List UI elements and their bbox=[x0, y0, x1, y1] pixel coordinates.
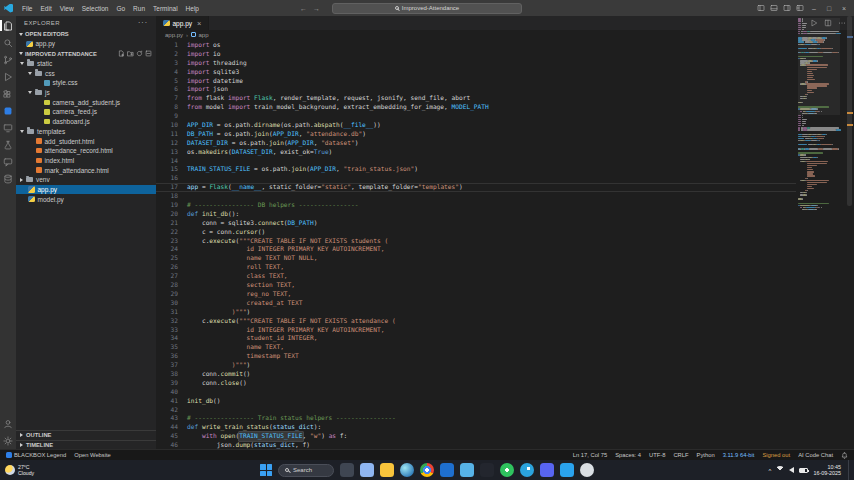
menu-view[interactable]: View bbox=[56, 5, 78, 12]
status-crlf[interactable]: CRLF bbox=[673, 452, 688, 458]
maximize-button[interactable]: □ bbox=[824, 5, 834, 12]
code-line-44[interactable]: 44def write_train_status(status_dict): bbox=[156, 423, 796, 432]
code-line-25[interactable]: 25 name TEXT NOT NULL, bbox=[156, 254, 796, 263]
tree-item-add-student-html[interactable]: add_student.html bbox=[16, 136, 156, 146]
code-line-45[interactable]: 45 with open(TRAIN_STATUS_FILE, "w") as … bbox=[156, 432, 796, 441]
status-ai-code-chat[interactable]: AI Code Chat bbox=[798, 452, 833, 458]
open-editors-header[interactable]: OPEN EDITORS bbox=[16, 29, 156, 39]
status-ln-17-col-75[interactable]: Ln 17, Col 75 bbox=[573, 452, 607, 458]
battery-icon[interactable] bbox=[799, 468, 808, 473]
taskbar-icon-photos[interactable] bbox=[460, 463, 474, 477]
code-line-3[interactable]: 3import threading bbox=[156, 59, 796, 68]
command-center-search[interactable]: Improved-Attendance bbox=[332, 3, 522, 14]
code-line-9[interactable]: 9 bbox=[156, 112, 796, 121]
layout-panel-icon[interactable] bbox=[770, 4, 778, 12]
taskbar-icon-store[interactable] bbox=[440, 463, 454, 477]
layout-secondary-sidebar-icon[interactable] bbox=[783, 4, 791, 12]
code-line-18[interactable]: 18 bbox=[156, 192, 796, 201]
volume-icon[interactable] bbox=[789, 467, 794, 473]
clock[interactable]: 10:45 16-09-2025 bbox=[813, 464, 841, 477]
tree-item-index-html[interactable]: index.html bbox=[16, 156, 156, 166]
status-spaces-4[interactable]: Spaces: 4 bbox=[615, 452, 641, 458]
code-line-4[interactable]: 4import sqlite3 bbox=[156, 68, 796, 77]
breadcrumb-item[interactable]: app bbox=[199, 32, 209, 38]
code-line-41[interactable]: 41init_db() bbox=[156, 397, 796, 406]
code-line-13[interactable]: 13os.makedirs(DATASET_DIR, exist_ok=True… bbox=[156, 148, 796, 157]
code-line-39[interactable]: 39 conn.close() bbox=[156, 379, 796, 388]
taskbar-icon-terminal[interactable] bbox=[480, 463, 494, 477]
code-line-17[interactable]: 17app = Flask(__name__, static_folder="s… bbox=[156, 183, 796, 192]
search-icon[interactable] bbox=[0, 34, 16, 51]
tree-item-static[interactable]: static bbox=[16, 59, 156, 69]
taskbar-icon-vscode[interactable] bbox=[560, 463, 574, 477]
open-editor-item[interactable]: app.py bbox=[16, 39, 156, 49]
code-line-11[interactable]: 11DB_PATH = os.path.join(APP_DIR, "atten… bbox=[156, 130, 796, 139]
settings-icon[interactable] bbox=[0, 432, 16, 449]
new-folder-icon[interactable] bbox=[127, 50, 134, 57]
code-line-23[interactable]: 23 c.execute("""CREATE TABLE IF NOT EXIS… bbox=[156, 237, 796, 246]
close-icon[interactable]: × bbox=[197, 19, 201, 28]
weather-widget[interactable]: 27°C Cloudy bbox=[0, 464, 34, 476]
status-open-website[interactable]: Open Website bbox=[74, 452, 111, 458]
account-icon[interactable] bbox=[0, 415, 16, 432]
menu-help[interactable]: Help bbox=[182, 5, 203, 12]
code-line-30[interactable]: 30 created_at TEXT bbox=[156, 299, 796, 308]
tree-item-camera-feed-js[interactable]: camera_feed.js bbox=[16, 107, 156, 117]
tree-item-model-py[interactable]: model.py bbox=[16, 194, 156, 204]
code-line-26[interactable]: 26 roll TEXT, bbox=[156, 263, 796, 272]
tab-app-py[interactable]: app.py × bbox=[156, 16, 209, 30]
network-icon[interactable] bbox=[776, 466, 784, 474]
code-line-8[interactable]: 8from model import train_model_backgroun… bbox=[156, 103, 796, 112]
code-line-6[interactable]: 6import json bbox=[156, 85, 796, 94]
blackbox-icon[interactable] bbox=[0, 102, 16, 119]
testing-icon[interactable] bbox=[0, 136, 16, 153]
taskbar-icon-whatsapp[interactable] bbox=[500, 463, 514, 477]
code-line-1[interactable]: 1import os bbox=[156, 41, 796, 50]
code-line-31[interactable]: 31 )""") bbox=[156, 308, 796, 317]
status-utf-8[interactable]: UTF-8 bbox=[649, 452, 665, 458]
code-line-19[interactable]: 19# ---------------- DB helpers --------… bbox=[156, 201, 796, 210]
show-desktop-button[interactable] bbox=[848, 460, 851, 480]
code-area[interactable]: 1import os2import io3import threading4im… bbox=[156, 41, 796, 449]
code-line-46[interactable]: 46 json.dump(status_dict, f) bbox=[156, 441, 796, 449]
run-debug-icon[interactable] bbox=[0, 68, 16, 85]
section-outline[interactable]: OUTLINE bbox=[16, 430, 156, 440]
tree-item-templates[interactable]: templates bbox=[16, 127, 156, 137]
remote-explorer-icon[interactable] bbox=[0, 119, 16, 136]
tray-expand-icon[interactable]: ^ bbox=[769, 468, 772, 474]
code-line-16[interactable]: 16 bbox=[156, 174, 796, 183]
back-arrow-icon[interactable]: ← bbox=[300, 5, 307, 12]
minimap[interactable] bbox=[798, 18, 842, 211]
taskbar-icon-discord[interactable] bbox=[540, 463, 554, 477]
code-line-7[interactable]: 7from flask import Flask, render_templat… bbox=[156, 94, 796, 103]
new-file-icon[interactable] bbox=[118, 50, 125, 57]
code-line-12[interactable]: 12DATASET_DIR = os.path.join(APP_DIR, "d… bbox=[156, 139, 796, 148]
status-3-11-9-64-bit[interactable]: 3.11.9 64-bit bbox=[723, 452, 755, 458]
customize-layout-icon[interactable] bbox=[796, 4, 804, 12]
code-line-20[interactable]: 20def init_db(): bbox=[156, 210, 796, 219]
code-line-42[interactable]: 42 bbox=[156, 406, 796, 415]
more-actions-icon[interactable]: ··· bbox=[138, 19, 148, 26]
code-line-33[interactable]: 33 id INTEGER PRIMARY KEY AUTOINCREMENT, bbox=[156, 326, 796, 335]
taskbar-icon-task-view[interactable] bbox=[340, 463, 354, 477]
taskbar-icon-github[interactable] bbox=[580, 463, 594, 477]
close-button[interactable]: × bbox=[839, 5, 849, 12]
tree-item-venv[interactable]: venv bbox=[16, 175, 156, 185]
status-signed-out[interactable]: Signed out bbox=[762, 452, 790, 458]
code-line-14[interactable]: 14 bbox=[156, 157, 796, 166]
code-line-34[interactable]: 34 student_id INTEGER, bbox=[156, 334, 796, 343]
code-line-35[interactable]: 35 name TEXT, bbox=[156, 343, 796, 352]
section-timeline[interactable]: TIMELINE bbox=[16, 440, 156, 450]
menu-go[interactable]: Go bbox=[112, 5, 129, 12]
scrollbar-thumb[interactable] bbox=[847, 16, 852, 206]
taskbar-icon-telegram[interactable] bbox=[520, 463, 534, 477]
minimize-button[interactable]: – bbox=[809, 5, 819, 12]
taskbar-icon-copilot[interactable] bbox=[360, 463, 374, 477]
database-icon[interactable] bbox=[0, 170, 16, 187]
tree-item-style-css[interactable]: style.css bbox=[16, 78, 156, 88]
code-line-36[interactable]: 36 timestamp TEXT bbox=[156, 352, 796, 361]
taskbar-icon-edge[interactable] bbox=[400, 463, 414, 477]
layout-sidebar-icon[interactable] bbox=[757, 4, 765, 12]
forward-arrow-icon[interactable]: → bbox=[313, 5, 320, 12]
code-line-15[interactable]: 15TRAIN_STATUS_FILE = os.path.join(APP_D… bbox=[156, 165, 796, 174]
